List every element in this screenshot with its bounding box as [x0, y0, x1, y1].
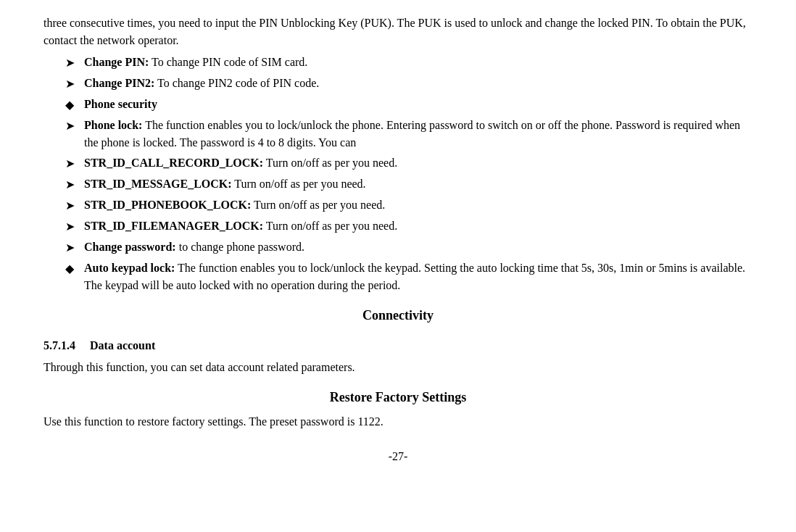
str-filemanager-label: STR_ID_FILEMANAGER_LOCK:	[84, 220, 263, 232]
list-item-change-pin2: ➤ Change PIN2: To change PIN2 code of PI…	[43, 75, 753, 93]
list-item-change-pin: ➤ Change PIN: To change PIN code of SIM …	[43, 54, 753, 72]
phone-lock-label: Phone lock:	[84, 119, 142, 131]
str-filemanager-text: Turn on/off as per you need.	[263, 220, 397, 232]
restore-factory-heading: Restore Factory Settings	[43, 388, 753, 407]
change-pin2-label: Change PIN2:	[84, 77, 154, 89]
phone-security-content: Phone security	[84, 96, 753, 113]
list-item-str-phonebook: ➤ STR_ID_PHONEBOOK_LOCK: Turn on/off as …	[43, 196, 753, 215]
page-number: -27-	[43, 448, 753, 465]
str-filemanager-content: STR_ID_FILEMANAGER_LOCK: Turn on/off as …	[84, 217, 753, 235]
list-item-str-filemanager: ➤ STR_ID_FILEMANAGER_LOCK: Turn on/off a…	[43, 217, 753, 236]
change-password-label: Change password:	[84, 241, 176, 253]
str-call-text: Turn on/off as per you need.	[263, 157, 397, 169]
str-call-label: STR_ID_CALL_RECORD_LOCK:	[84, 157, 263, 169]
arrow-marker: ➤	[65, 117, 81, 135]
change-pin-text: To change PIN code of SIM card.	[149, 56, 307, 68]
list-item-str-call: ➤ STR_ID_CALL_RECORD_LOCK: Turn on/off a…	[43, 154, 753, 173]
bullet-list: ➤ Change PIN: To change PIN code of SIM …	[43, 54, 753, 294]
list-item-phone-security: ◆ Phone security	[43, 96, 753, 114]
connectivity-heading: Connectivity	[43, 306, 753, 325]
data-account-body: Through this function, you can set data …	[43, 359, 753, 376]
diamond-marker: ◆	[65, 96, 81, 114]
auto-keypad-text: The function enables you to lock/unlock …	[84, 262, 745, 291]
list-item-auto-keypad: ◆ Auto keypad lock: The function enables…	[43, 259, 753, 294]
data-account-number: 5.7.1.4	[43, 337, 75, 354]
change-pin2-text: To change PIN2 code of PIN code.	[154, 77, 319, 89]
data-account-subsection: 5.7.1.4 Data account	[43, 331, 753, 359]
arrow-marker: ➤	[65, 54, 81, 72]
auto-keypad-label: Auto keypad lock:	[84, 262, 175, 274]
str-message-text: Turn on/off as per you need.	[232, 178, 366, 190]
str-phonebook-content: STR_ID_PHONEBOOK_LOCK: Turn on/off as pe…	[84, 196, 753, 214]
auto-keypad-content: Auto keypad lock: The function enables y…	[84, 259, 753, 294]
arrow-marker: ➤	[65, 218, 81, 236]
intro-paragraph: three consecutive times, you need to inp…	[43, 14, 753, 49]
phone-lock-content: Phone lock: The function enables you to …	[84, 117, 753, 151]
str-call-content: STR_ID_CALL_RECORD_LOCK: Turn on/off as …	[84, 154, 753, 172]
phone-lock-text: The function enables you to lock/unlock …	[84, 119, 740, 149]
arrow-marker: ➤	[65, 176, 81, 194]
arrow-marker: ➤	[65, 239, 81, 257]
diamond-marker: ◆	[65, 260, 81, 278]
change-pin-label: Change PIN:	[84, 56, 149, 68]
list-item-phone-lock: ➤ Phone lock: The function enables you t…	[43, 117, 753, 151]
arrow-marker: ➤	[65, 155, 81, 173]
str-phonebook-label: STR_ID_PHONEBOOK_LOCK:	[84, 199, 251, 211]
restore-factory-body: Use this function to restore factory set…	[43, 413, 753, 431]
change-password-text: to change phone password.	[176, 241, 304, 253]
str-message-label: STR_ID_MESSAGE_LOCK:	[84, 178, 232, 190]
change-pin2-content: Change PIN2: To change PIN2 code of PIN …	[84, 75, 753, 92]
arrow-marker: ➤	[65, 75, 81, 93]
change-password-content: Change password: to change phone passwor…	[84, 238, 753, 256]
list-item-change-password: ➤ Change password: to change phone passw…	[43, 238, 753, 257]
arrow-marker: ➤	[65, 197, 81, 215]
list-item-str-message: ➤ STR_ID_MESSAGE_LOCK: Turn on/off as pe…	[43, 175, 753, 194]
str-message-content: STR_ID_MESSAGE_LOCK: Turn on/off as per …	[84, 175, 753, 193]
phone-security-label: Phone security	[84, 98, 157, 110]
change-pin-content: Change PIN: To change PIN code of SIM ca…	[84, 54, 753, 71]
str-phonebook-text: Turn on/off as per you need.	[251, 199, 385, 211]
data-account-title: Data account	[90, 337, 155, 354]
